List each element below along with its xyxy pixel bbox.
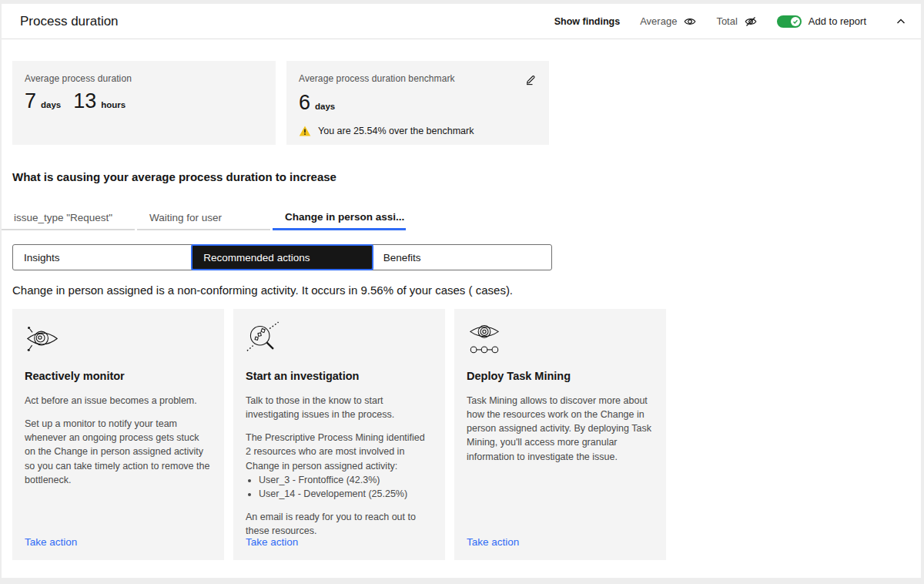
action-cards-row: Reactively monitor Act before an issue b… [12,309,910,560]
show-findings-label: Show findings [554,16,620,27]
benchmark-days-unit: days [315,102,335,111]
start-investigation-card: Start an investigation Talk to those in … [233,309,445,560]
collapse-panel-button[interactable] [881,15,921,28]
chevron-up-icon [895,15,907,28]
tab-waiting-for-user[interactable]: Waiting for user [137,206,270,230]
average-label: Average [640,15,677,27]
average-duration-card: Average process duration 7 days 13 hours [12,61,276,145]
benchmark-warning-text: You are 25.54% over the benchmark [318,126,474,136]
add-to-report-label: Add to report [808,15,866,27]
card-paragraph: Set up a monitor to notify your team whe… [25,417,212,487]
benchmark-value: 6 days [299,91,537,115]
card-title: Deploy Task Mining [467,368,654,384]
take-action-link-monitor[interactable]: Take action [25,535,77,550]
benchmark-label: Average process duration benchmark [299,73,455,84]
benchmark-card: Average process duration benchmark 6 day… [286,61,549,145]
cause-tabs: issue_type "Request" Waiting for user Ch… [2,206,921,230]
monitor-eye-pictogram [25,321,60,357]
content-switcher: Insights Recommended actions Benefits [12,244,552,270]
card-paragraph: Act before an issue becomes a problem. [25,394,212,408]
eye-visible-icon[interactable] [684,15,696,28]
total-label: Total [716,15,737,27]
toggle-knob [791,17,800,26]
benchmark-days-value: 6 [299,91,310,115]
section-heading: What is causing your average process dur… [12,170,910,183]
header-controls: Show findings Average Total [554,4,921,39]
resource-item: User_3 - Frontoffice (42.3%) [259,473,433,487]
edit-benchmark-button[interactable] [524,73,537,86]
card-title: Start an investigation [246,368,433,384]
days-unit: days [41,100,61,109]
switcher-recommended-actions[interactable]: Recommended actions [191,244,373,270]
metric-cards-row: Average process duration 7 days 13 hours… [12,61,910,145]
take-action-link-investigation[interactable]: Take action [246,535,298,550]
resource-item: User_14 - Developement (25.25%) [259,487,433,501]
investigation-magnifier-pictogram [246,321,281,357]
warning-triangle-icon [299,125,311,137]
page-title: Process duration [2,4,554,39]
average-duration-label: Average process duration [25,73,263,84]
switcher-insights[interactable]: Insights [13,245,192,270]
days-value: 7 [25,89,36,113]
card-title: Reactively monitor [25,368,212,384]
card-paragraph: The Prescriptive Process Mining identifi… [246,431,433,472]
reactively-monitor-card: Reactively monitor Act before an issue b… [12,309,224,560]
deploy-task-mining-card: Deploy Task Mining Task Mining allows to… [454,309,666,560]
average-visibility-toggle[interactable]: Average [640,15,696,28]
process-duration-panel: Process duration Show findings Average T… [2,4,921,578]
resource-list: User_3 - Frontoffice (42.3%) User_14 - D… [246,473,433,501]
toggle-switch-on[interactable] [777,15,802,28]
activity-description: Change in person assigned is a non-confo… [12,284,910,297]
tab-issue-type-request[interactable]: issue_type "Request" [2,206,135,230]
take-action-link-task-mining[interactable]: Take action [467,535,519,550]
switcher-benefits[interactable]: Benefits [373,245,551,270]
panel-header: Process duration Show findings Average T… [2,4,921,39]
benchmark-warning: You are 25.54% over the benchmark [299,125,537,137]
average-duration-value: 7 days 13 hours [25,89,263,113]
pencil-icon [524,73,537,86]
card-paragraph: Talk to those in the know to start inves… [246,394,433,421]
hours-value: 13 [73,89,96,113]
total-visibility-toggle[interactable]: Total [716,15,756,28]
eye-off-icon[interactable] [745,15,757,28]
hours-unit: hours [101,100,126,109]
check-icon [792,18,798,25]
card-paragraph: An email is ready for you to reach out t… [246,510,433,538]
tab-change-in-person-assigned[interactable]: Change in person assi... [273,206,406,230]
card-paragraph: Task Mining allows to discover more abou… [467,394,654,464]
add-to-report-toggle[interactable]: Add to report [777,15,866,28]
task-mining-pictogram [467,321,502,357]
